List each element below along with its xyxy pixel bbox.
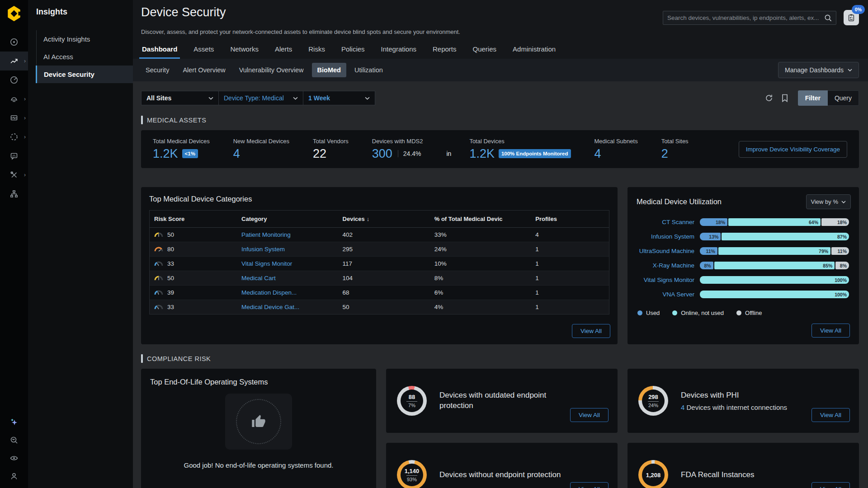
categories-card-title: Top Medical Device Categories <box>149 195 609 203</box>
page-title: Device Security <box>141 5 226 19</box>
table-row[interactable]: 50 Medical Cart 104 8% 1 <box>150 271 609 286</box>
category-link[interactable]: Medical Device Gat... <box>241 304 299 310</box>
donut-chart: 1,140 93% <box>397 460 427 488</box>
bookmark-icon[interactable] <box>781 94 789 103</box>
insights-icon[interactable]: › <box>0 52 28 70</box>
tools-icon[interactable]: › <box>0 165 28 184</box>
network-icon[interactable] <box>0 184 28 203</box>
subtab-vulnerability-overview[interactable]: Vulnerability Overview <box>234 63 309 77</box>
category-link[interactable]: Vital Signs Monitor <box>241 260 292 267</box>
sort-desc-icon[interactable]: ↓ <box>367 216 370 222</box>
tab-reports[interactable]: Reports <box>432 42 458 59</box>
segments-icon[interactable]: › <box>0 127 28 146</box>
compliance-risk-section-header: COMPLIANCE RISK <box>141 354 859 363</box>
tab-policies[interactable]: Policies <box>340 42 366 59</box>
stacked-bar[interactable]: 100% <box>700 276 849 284</box>
risk-gauge-icon <box>154 232 163 238</box>
refresh-icon[interactable] <box>764 94 774 103</box>
appliances-icon[interactable]: › <box>0 108 28 127</box>
tab-administration[interactable]: Administration <box>512 42 557 59</box>
boundaries-icon[interactable]: › <box>0 89 28 108</box>
legend-dot-used <box>637 310 642 315</box>
armis-logo-icon[interactable] <box>5 5 23 22</box>
view-all-button[interactable]: View All <box>811 408 850 422</box>
coverage-checklist-button[interactable]: 0% <box>844 10 859 25</box>
legend-dot-offline <box>736 310 741 315</box>
col-profiles[interactable]: Profiles <box>531 211 609 228</box>
stacked-bar[interactable]: 11%79%11% <box>700 247 849 255</box>
view-by-dropdown[interactable]: View by % <box>806 194 851 209</box>
category-link[interactable]: Medication Dispen... <box>241 289 297 296</box>
sites-dropdown[interactable]: All Sites <box>141 91 219 105</box>
ai-assistant-icon[interactable] <box>0 413 28 431</box>
query-toggle-button[interactable]: Query <box>828 90 859 106</box>
manage-dashboards-button[interactable]: Manage Dashboards <box>778 62 859 78</box>
device-type-dropdown[interactable]: Device Type: Medical <box>218 91 303 105</box>
bar-label-link[interactable]: Infusion System <box>637 233 694 240</box>
bar-label-link[interactable]: X-Ray Machine <box>637 262 694 269</box>
tab-queries[interactable]: Queries <box>472 42 498 59</box>
search-insights-icon[interactable] <box>0 431 28 449</box>
search-input[interactable] <box>667 14 824 21</box>
trend-badge: <1% <box>182 149 198 158</box>
bar-label-link[interactable]: Vital Signs Monitor <box>637 277 694 283</box>
tab-integrations[interactable]: Integrations <box>380 42 417 59</box>
stacked-bar[interactable]: 18%64%18% <box>700 218 849 226</box>
subtab-biomed[interactable]: BioMed <box>312 63 346 77</box>
col-devices[interactable]: Devices↓ <box>338 211 430 228</box>
activity-radar-icon[interactable] <box>0 33 28 52</box>
fda-recall-instances-card: 1,208 FDA Recall Instances View All <box>627 443 859 488</box>
subtab-utilization[interactable]: Utilization <box>349 63 388 77</box>
table-row[interactable]: 80 Infusion System 295 24% 1 <box>150 242 609 257</box>
section-accent-bar <box>141 354 143 363</box>
table-row[interactable]: 33 Vital Signs Monitor 117 10% 1 <box>150 257 609 271</box>
sidebar-item-activity-insights[interactable]: Activity Insights <box>37 30 133 48</box>
category-link[interactable]: Infusion System <box>241 246 285 253</box>
view-all-button[interactable]: View All <box>570 408 609 422</box>
tab-dashboard[interactable]: Dashboard <box>141 42 178 59</box>
subtab-alert-overview[interactable]: Alert Overview <box>177 63 231 77</box>
stacked-bar[interactable]: 13%87% <box>700 233 849 240</box>
visibility-eye-icon[interactable] <box>0 449 28 467</box>
view-all-button[interactable]: View All <box>570 482 609 488</box>
category-link[interactable]: Medical Cart <box>241 275 276 282</box>
subtab-security[interactable]: Security <box>140 63 175 77</box>
col-risk-score[interactable]: Risk Score <box>150 211 237 228</box>
tab-assets[interactable]: Assets <box>193 42 215 59</box>
bar-label-link[interactable]: UltraSound Machine <box>637 248 694 254</box>
chevron-right-icon: › <box>24 115 26 121</box>
bar-label-link[interactable]: VNA Server <box>637 291 694 298</box>
dashboards-icon[interactable] <box>0 70 28 89</box>
card-subtitle: 4 Devices with internet connections <box>681 404 787 411</box>
view-all-button[interactable]: View All <box>811 482 850 488</box>
user-icon[interactable] <box>0 467 28 485</box>
feedback-icon[interactable] <box>0 146 28 165</box>
search-icon[interactable] <box>824 14 832 22</box>
table-row[interactable]: 33 Medical Device Gat... 50 4% 1 <box>150 300 609 314</box>
categories-view-all-button[interactable]: View All <box>572 324 610 338</box>
donut-chart: 88 7% <box>397 386 427 416</box>
bar-label-link[interactable]: CT Scanner <box>637 219 694 225</box>
stacked-bar[interactable]: 8%85%8% <box>700 262 849 269</box>
sidebar-item-device-security[interactable]: Device Security <box>36 66 133 83</box>
devices-with-phi-card: 298 24% Devices with PHI 4 Devices with … <box>627 369 859 433</box>
rail-bottom-nav <box>0 413 28 488</box>
utilization-view-all-button[interactable]: View All <box>811 324 850 338</box>
chevron-down-icon <box>293 97 298 100</box>
col-pct-total[interactable]: % of Total Medical Devic <box>430 211 531 228</box>
time-range-dropdown[interactable]: 1 Week <box>303 91 375 105</box>
tab-alerts[interactable]: Alerts <box>274 42 293 59</box>
filter-toggle-button[interactable]: Filter <box>798 90 828 106</box>
sidebar-item-ai-access[interactable]: AI Access <box>37 48 133 66</box>
global-search[interactable] <box>663 11 836 25</box>
sidebar-title: Insights <box>36 7 133 17</box>
col-category[interactable]: Category <box>237 211 338 228</box>
table-row[interactable]: 39 Medication Dispen... 68 6% 1 <box>150 286 609 300</box>
improve-visibility-button[interactable]: Improve Device Visibility Coverage <box>739 141 847 158</box>
tab-networks[interactable]: Networks <box>229 42 259 59</box>
tab-risks[interactable]: Risks <box>307 42 326 59</box>
stacked-bar[interactable]: 100% <box>700 291 849 298</box>
categories-table: Risk Score Category Devices↓ % of Total … <box>150 211 609 314</box>
table-row[interactable]: 50 Patient Monitoring 402 33% 4 <box>150 228 609 242</box>
category-link[interactable]: Patient Monitoring <box>241 231 291 238</box>
